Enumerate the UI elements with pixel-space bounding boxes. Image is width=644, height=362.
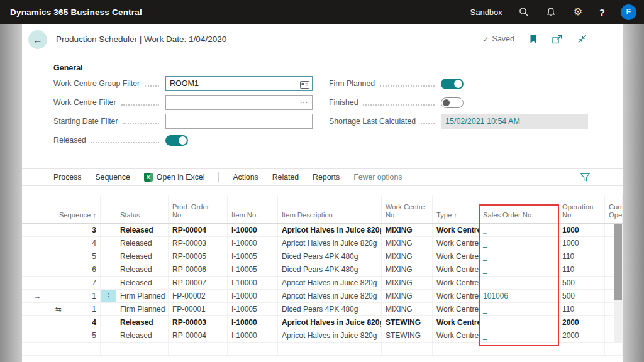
cell-item-no[interactable]: I-10000	[228, 224, 278, 236]
column-header-sales-order-no[interactable]: Sales Order No.	[479, 195, 558, 223]
cell-work-centre-no[interactable]: MIXING	[382, 277, 433, 289]
cell-sequence[interactable]: 6	[53, 263, 101, 276]
cell-prod-order-no[interactable]: RP-00005	[169, 250, 228, 263]
bookmark-icon[interactable]	[530, 34, 537, 44]
work-centre-filter-input[interactable]	[165, 95, 313, 110]
cell-status[interactable]: Released	[116, 250, 169, 263]
cell-type[interactable]: Work Centre	[433, 277, 479, 289]
column-header-current-operation[interactable]: CurrenOpera	[605, 195, 623, 223]
row-selector-cell[interactable]	[22, 303, 53, 315]
table-row[interactable]: 4ReleasedRP-00003I-10000Apricot Halves i…	[22, 237, 623, 250]
firm-planned-toggle[interactable]	[441, 79, 464, 89]
cell-item-description[interactable]: Apricot Halves in Juice 820g	[278, 316, 382, 329]
cell-sales-order-no[interactable]: 101006	[479, 290, 558, 302]
cell-sales-order-no[interactable]: _	[479, 329, 558, 342]
cell-item-no[interactable]: I-10000	[228, 316, 278, 329]
notifications-bell-icon[interactable]	[545, 6, 557, 18]
cell-operation-no[interactable]: 500	[558, 277, 605, 289]
back-button[interactable]: ←	[28, 30, 47, 49]
cell-item-description[interactable]: Apricot Halves in Juice 820g	[278, 237, 382, 250]
released-toggle[interactable]	[165, 135, 188, 146]
cell-operation-no[interactable]: 1000	[558, 237, 605, 250]
cell-sales-order-no[interactable]: _	[479, 250, 558, 263]
menu-process[interactable]: Process	[53, 173, 81, 182]
column-header-status[interactable]: Status	[116, 195, 169, 223]
lookup-icon[interactable]	[300, 80, 309, 91]
cell-operation-no[interactable]: 110	[558, 250, 605, 263]
row-selector-cell[interactable]	[22, 263, 53, 276]
row-selector-cell[interactable]	[22, 237, 53, 250]
cell-sequence[interactable]: 4	[53, 237, 101, 250]
cell-prod-order-no[interactable]: RP-00003	[169, 237, 228, 250]
table-row[interactable]: ⇆1Firm PlannedFP-00001I-10005Diced Pears…	[22, 303, 623, 316]
cell-work-centre-no[interactable]: MIXING	[382, 303, 433, 315]
search-icon[interactable]	[518, 6, 530, 18]
menu-actions[interactable]: Actions	[233, 173, 258, 182]
column-header-prod-order-no[interactable]: Prod. OrderNo.	[169, 195, 228, 223]
cell-sequence[interactable]: ⇆1	[53, 303, 101, 315]
menu-sequence[interactable]: Sequence	[95, 173, 130, 182]
cell-type[interactable]: Work Centre	[433, 237, 479, 250]
cell-prod-order-no[interactable]: FP-00001	[169, 303, 228, 315]
cell-status[interactable]: Released	[116, 224, 169, 236]
row-selector-cell[interactable]	[22, 329, 53, 342]
cell-sequence[interactable]: 4	[53, 316, 101, 329]
row-selector-cell[interactable]	[22, 316, 53, 329]
menu-open-in-excel[interactable]: X Open in Excel	[144, 173, 205, 182]
cell-type[interactable]: Work Centre	[433, 250, 479, 263]
cell-sequence[interactable]: 5	[53, 329, 101, 342]
table-row[interactable]: 4ReleasedRP-00003I-10000Apricot Halves i…	[22, 316, 623, 329]
vertical-scrollbar[interactable]	[614, 224, 622, 343]
cell-item-description[interactable]: Apricot Halves in Juice 820g	[278, 224, 382, 236]
cell-sequence[interactable]: 7	[53, 277, 101, 289]
column-header-operation-no[interactable]: OperationNo.	[558, 195, 605, 223]
cell-operation-no[interactable]: 500	[558, 290, 605, 302]
cell-item-description[interactable]: Apricot Halves in Juice 820g	[278, 277, 382, 289]
table-row[interactable]: →1⋮Firm PlannedFP-00002I-10000Apricot Ha…	[22, 290, 623, 303]
cell-sales-order-no[interactable]: _	[479, 277, 558, 289]
column-header-item-no[interactable]: Item No.	[228, 195, 278, 223]
cell-item-no[interactable]: I-10005	[228, 250, 278, 263]
cell-operation-no[interactable]: 1000	[558, 224, 605, 236]
cell-prod-order-no[interactable]: RP-00004	[169, 329, 228, 342]
row-menu-icon[interactable]: ⋮	[101, 290, 116, 302]
cell-item-description[interactable]: Apricot Halves in Juice 820g	[278, 329, 382, 342]
column-header-type[interactable]: Type ↑	[433, 195, 479, 223]
cell-item-no[interactable]: I-10000	[228, 277, 278, 289]
cell-status[interactable]: Released	[116, 277, 169, 289]
help-button[interactable]: ?	[599, 7, 605, 18]
cell-item-description[interactable]: Apricot Halves in Juice 820g	[278, 290, 382, 302]
cell-sales-order-no[interactable]: _	[479, 263, 558, 276]
finished-toggle[interactable]	[441, 97, 464, 108]
cell-prod-order-no[interactable]: RP-00006	[169, 263, 228, 276]
cell-item-no[interactable]: I-10000	[228, 290, 278, 302]
row-selector-cell[interactable]	[22, 250, 53, 263]
cell-operation-no[interactable]: 2000	[558, 329, 605, 342]
filter-funnel-icon[interactable]	[580, 173, 590, 184]
cell-item-no[interactable]: I-10000	[228, 237, 278, 250]
current-row-marker[interactable]: →	[22, 290, 53, 302]
cell-work-centre-no[interactable]: MIXING	[382, 224, 433, 236]
table-row[interactable]: 6ReleasedRP-00006I-10005Diced Pears 4PK …	[22, 263, 623, 277]
row-selector-cell[interactable]	[22, 224, 53, 236]
cell-item-no[interactable]: I-10005	[228, 263, 278, 276]
cell-item-description[interactable]: Diced Pears 4PK 480g	[278, 250, 382, 263]
cell-sales-order-no[interactable]: _	[479, 303, 558, 315]
cell-operation-no[interactable]: 110	[558, 263, 605, 276]
cell-type[interactable]: Work Centre	[433, 290, 479, 302]
assist-edit-icon[interactable]: ...	[300, 96, 308, 105]
starting-date-filter-input[interactable]	[165, 114, 313, 129]
cell-work-centre-no[interactable]: STEWING	[382, 316, 433, 329]
collapse-page-icon[interactable]	[577, 35, 587, 43]
cell-prod-order-no[interactable]: FP-00002	[169, 290, 228, 302]
cell-work-centre-no[interactable]: MIXING	[382, 250, 433, 263]
column-header-work-centre-no[interactable]: Work CentreNo.	[382, 195, 433, 223]
menu-related[interactable]: Related	[272, 173, 299, 182]
cell-sales-order-no[interactable]: _	[479, 224, 558, 236]
cell-type[interactable]: Work Centre	[433, 316, 479, 329]
work-centre-group-filter-input[interactable]	[165, 76, 313, 91]
user-avatar[interactable]: F	[621, 4, 636, 20]
cell-status[interactable]: Released	[116, 263, 169, 276]
column-header-item-description[interactable]: Item Description	[278, 195, 382, 223]
cell-type[interactable]: Work Centre	[433, 224, 479, 236]
